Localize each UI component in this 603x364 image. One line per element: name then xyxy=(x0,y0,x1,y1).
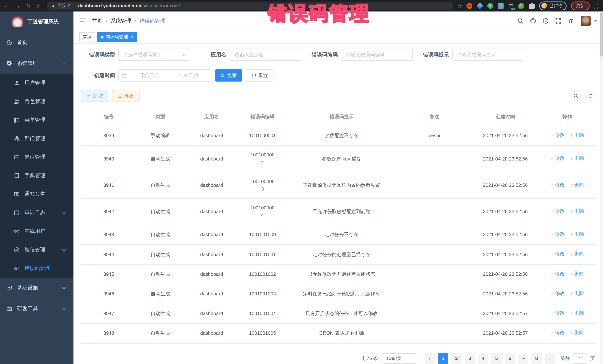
create-time-range-picker[interactable]: 开始日期 - 结束日期 xyxy=(118,69,211,82)
trash-icon xyxy=(570,252,574,256)
font-size-icon[interactable]: tT xyxy=(567,18,574,24)
next-page-button[interactable]: › xyxy=(545,353,555,364)
browser-update-button[interactable]: 更新 xyxy=(571,1,590,10)
extensions-puzzle-icon[interactable] xyxy=(529,3,535,9)
help-icon[interactable]: ? xyxy=(542,18,549,24)
edit-link[interactable]: 修改 xyxy=(551,181,565,189)
sidebar-item-role[interactable]: 角色管理 xyxy=(0,92,73,111)
edit-link[interactable]: 修改 xyxy=(551,290,565,297)
delete-link[interactable]: 删除 xyxy=(570,181,584,189)
prev-page-button[interactable]: ‹ xyxy=(425,353,435,364)
delete-link[interactable]: 删除 xyxy=(570,290,584,297)
extension-leaf-icon[interactable] xyxy=(518,3,524,9)
avatar-caret-down-icon[interactable] xyxy=(594,20,597,22)
export-button[interactable]: 导出 xyxy=(112,90,139,102)
delete-link[interactable]: 删除 xyxy=(570,231,584,238)
app-logo-row[interactable]: 芋道管理系统 xyxy=(0,11,73,32)
toggle-search-button[interactable] xyxy=(570,91,581,101)
edit-link[interactable]: 修改 xyxy=(551,155,565,162)
sidebar-item-online-user[interactable]: 在线用户 xyxy=(0,222,73,241)
browser-menu-icon[interactable]: ⋮ xyxy=(593,2,599,9)
delete-link[interactable]: 删除 xyxy=(570,329,584,337)
sidebar-item-user[interactable]: 用户管理 xyxy=(0,74,73,92)
table-row: 3945自动生成dashboard1001001002只允许修改为开启或者关闭状… xyxy=(81,264,596,284)
page-button-4[interactable]: 4 xyxy=(478,353,488,364)
edit-link[interactable]: 修改 xyxy=(551,208,565,215)
search-icon[interactable] xyxy=(517,18,524,24)
page-button-8[interactable]: 8 xyxy=(531,353,542,364)
extension-paused-badge[interactable]: 已暂停 xyxy=(539,1,567,10)
security-warning-icon[interactable]: ▲ xyxy=(51,3,56,8)
sidebar-item-audit-log[interactable]: 审计日志 xyxy=(0,203,73,222)
github-icon[interactable] xyxy=(530,18,536,24)
browser-back-icon[interactable]: ← xyxy=(4,3,9,9)
delete-link[interactable]: 删除 xyxy=(570,155,584,162)
page-scrollbar[interactable] xyxy=(600,11,603,364)
url-bar[interactable]: ▲ 不安全 dashboard.yudao.iocoder.cn /system… xyxy=(46,2,454,10)
edit-link[interactable]: 修改 xyxy=(551,231,565,238)
fullscreen-icon[interactable] xyxy=(555,18,561,24)
edit-link[interactable]: 修改 xyxy=(551,309,565,317)
tag-error-code[interactable]: 错误码管理 ✕ xyxy=(97,32,137,42)
sidebar-item-dict[interactable]: 字典管理 xyxy=(0,166,73,185)
scrollbar-thumb[interactable] xyxy=(600,12,603,57)
end-date-placeholder[interactable]: 结束日期 xyxy=(169,72,207,79)
delete-link[interactable]: 删除 xyxy=(570,132,584,139)
error-hint-input[interactable] xyxy=(452,49,524,61)
edit-link[interactable]: 修改 xyxy=(551,329,565,337)
dashboard-icon xyxy=(6,40,12,46)
page-ellipsis[interactable]: ••• xyxy=(518,354,528,364)
page-button-2[interactable]: 2 xyxy=(451,353,462,364)
delete-link[interactable]: 删除 xyxy=(570,309,584,317)
cell-code: 1001001003 xyxy=(239,284,286,304)
tag-home[interactable]: 首页 xyxy=(79,32,95,42)
hamburger-icon[interactable] xyxy=(79,19,86,23)
add-button[interactable]: 新增 xyxy=(81,90,108,102)
refresh-table-button[interactable] xyxy=(585,91,596,101)
menu-tree-icon xyxy=(14,117,20,123)
reset-button[interactable]: 重置 xyxy=(246,69,274,82)
edit-link[interactable]: 修改 xyxy=(551,270,565,277)
edit-link[interactable]: 修改 xyxy=(551,250,565,258)
delete-link[interactable]: 删除 xyxy=(570,250,584,258)
bookmark-star-icon[interactable]: ☆ xyxy=(457,3,462,9)
page-button-3[interactable]: 3 xyxy=(464,353,475,364)
sidebar-item-post[interactable]: 岗位管理 xyxy=(0,148,73,166)
sidebar-item-sms[interactable]: 短信管理 xyxy=(0,241,73,259)
extension-green-v-icon[interactable]: V xyxy=(487,3,493,9)
start-date-placeholder[interactable]: 开始日期 xyxy=(130,72,168,79)
sidebar-item-infrastructure[interactable]: 基础设施 xyxy=(0,278,73,298)
breadcrumb-home[interactable]: 首页 xyxy=(92,18,103,24)
goto-page-input[interactable] xyxy=(573,353,587,364)
extension-on-badge-icon[interactable] xyxy=(508,3,514,9)
delete-link[interactable]: 删除 xyxy=(570,270,584,277)
browser-home-icon[interactable]: ⌂ xyxy=(36,3,39,9)
error-type-select[interactable]: 请选择错误码类型 xyxy=(118,49,190,61)
browser-reload-icon[interactable]: ↻ xyxy=(26,3,31,9)
sidebar-item-home[interactable]: 首页 xyxy=(0,32,73,53)
sidebar-item-error-code[interactable]: 错误码管理 xyxy=(0,259,73,278)
page-button-1[interactable]: 1 xyxy=(438,353,448,364)
sidebar-item-system[interactable]: 系统管理 xyxy=(0,53,73,74)
extension-grid-icon[interactable] xyxy=(498,3,504,9)
tag-close-icon[interactable]: ✕ xyxy=(131,35,134,39)
delete-link[interactable]: 删除 xyxy=(570,208,584,215)
error-type-label: 错误码类型 xyxy=(81,51,115,58)
edit-link[interactable]: 修改 xyxy=(551,132,565,139)
sidebar-item-menu[interactable]: 菜单管理 xyxy=(0,111,73,129)
sidebar-item-devtools[interactable]: 研发工具 xyxy=(0,298,73,319)
search-button[interactable]: 搜索 xyxy=(215,69,242,82)
browser-forward-icon[interactable]: → xyxy=(15,3,20,9)
page-button-6[interactable]: 6 xyxy=(505,353,515,364)
page-size-select[interactable]: 10条/页 xyxy=(383,353,417,364)
app-name-input[interactable] xyxy=(230,49,301,61)
user-avatar[interactable] xyxy=(581,16,591,26)
sidebar-item-dept[interactable]: 部门管理 xyxy=(0,129,73,148)
page-button-5[interactable]: 5 xyxy=(491,353,502,364)
cell-app: dashboard xyxy=(184,245,239,264)
error-code-input[interactable] xyxy=(341,49,413,61)
sidebar-item-notice[interactable]: 通知公告 xyxy=(0,185,73,203)
extension-gem-icon[interactable] xyxy=(476,2,483,9)
extension-orange-icon[interactable] xyxy=(466,3,472,9)
breadcrumb-system[interactable]: 系统管理 xyxy=(111,18,131,24)
